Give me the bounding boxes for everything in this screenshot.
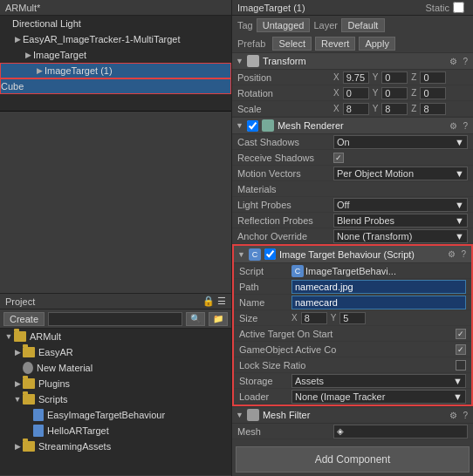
mesh-renderer-checkbox[interactable] xyxy=(247,120,258,132)
section-settings-icon[interactable]: ⚙ xyxy=(446,249,457,259)
position-y-input[interactable] xyxy=(381,71,408,84)
z-label: Z xyxy=(411,88,416,98)
receive-shadows-row: Receive Shadows ✓ xyxy=(232,150,473,166)
hierarchy-item-label: ImageTarget xyxy=(33,50,86,60)
light-probes-dropdown[interactable]: Off ▼ xyxy=(333,198,468,212)
project-item-streaming[interactable]: ▶ StreamingAssets xyxy=(0,439,231,454)
loader-dropdown[interactable]: None (Image Tracker ▼ xyxy=(291,390,466,404)
folder-icon xyxy=(23,394,35,405)
project-item-new-material[interactable]: New Material xyxy=(0,360,231,376)
menu-icon[interactable]: ☰ xyxy=(217,296,226,307)
project-item-label: StreamingAssets xyxy=(38,441,111,452)
reflection-probes-dropdown[interactable]: Blend Probes ▼ xyxy=(333,214,468,228)
select-button[interactable]: Select xyxy=(272,37,312,51)
static-checkbox[interactable] xyxy=(453,2,464,13)
apply-button[interactable]: Apply xyxy=(359,37,395,51)
rotation-row: Rotation X Y Z xyxy=(232,85,473,101)
right-panel: ImageTarget (1) Static Tag Untagged Laye… xyxy=(231,0,473,476)
project-item-label: EasyImageTargetBehaviour xyxy=(47,410,165,420)
collapse-arrow-icon[interactable]: ▼ xyxy=(237,250,245,259)
rotation-x-input[interactable] xyxy=(343,87,369,99)
hierarchy-item-imagetarget1[interactable]: ▶ ImageTarget (1) xyxy=(0,63,231,78)
motion-vectors-dropdown[interactable]: Per Object Motion ▼ xyxy=(333,167,468,180)
chevron-down-icon: ▼ xyxy=(455,200,464,210)
section-settings-icon[interactable]: ⚙ xyxy=(448,57,459,66)
tag-dropdown[interactable]: Untagged xyxy=(257,18,311,32)
lock-size-checkbox[interactable] xyxy=(456,360,466,371)
rotation-value: X Y Z xyxy=(333,87,468,99)
z-label: Z xyxy=(411,72,416,82)
active-target-checkbox[interactable]: ✓ xyxy=(456,329,466,339)
scale-z-input[interactable] xyxy=(420,103,446,115)
rotation-z-input[interactable] xyxy=(420,87,446,99)
section-question-icon[interactable]: ? xyxy=(461,57,470,66)
size-x-input[interactable] xyxy=(301,312,327,324)
arrow-icon: ▼ xyxy=(12,395,23,404)
script-section-header: ▼ C Image Target Behaviour (Script) ⚙ ? xyxy=(234,246,471,263)
y-label: Y xyxy=(373,104,379,113)
active-target-row: Active Target On Start ✓ xyxy=(234,326,471,342)
layer-dropdown[interactable]: Default xyxy=(341,18,385,32)
project-item-label: EasyAR xyxy=(38,347,73,357)
inspector-scroll[interactable]: ▼ Transform ⚙ ? Position X Y Z Rotation xyxy=(232,52,473,443)
hierarchy-item-cube[interactable]: Cube xyxy=(0,78,231,94)
folder-icon-btn[interactable]: 📁 xyxy=(209,312,228,326)
hierarchy-item-easyar[interactable]: ▶ EasyAR_ImageTracker-1-MultiTarget xyxy=(0,31,231,47)
section-question-icon[interactable]: ? xyxy=(459,249,468,259)
mesh-input[interactable]: ◈ xyxy=(333,425,468,439)
gameobject-checkbox[interactable]: ✓ xyxy=(456,344,466,355)
arrow-icon: ▶ xyxy=(12,379,23,388)
project-item-easybehaviour[interactable]: EasyImageTargetBehaviour xyxy=(0,407,231,423)
project-item-scripts[interactable]: ▼ Scripts xyxy=(0,391,231,407)
section-actions: ⚙ ? xyxy=(446,249,468,259)
search-icon-btn[interactable]: 🔍 xyxy=(186,312,205,326)
project-item-plugins[interactable]: ▶ Plugins xyxy=(0,376,231,391)
position-row: Position X Y Z xyxy=(232,70,473,85)
script-enabled-checkbox[interactable] xyxy=(264,248,276,260)
cast-shadows-dropdown[interactable]: On ▼ xyxy=(333,135,468,149)
project-item-armult[interactable]: ▼ ARMult xyxy=(0,329,231,344)
hierarchy-item-directional-light[interactable]: Directional Light xyxy=(0,16,231,31)
scale-y-input[interactable] xyxy=(381,103,408,115)
collapse-arrow-icon[interactable]: ▼ xyxy=(236,121,243,130)
scale-x-input[interactable] xyxy=(343,103,369,115)
path-input[interactable] xyxy=(291,280,466,294)
section-question-icon[interactable]: ? xyxy=(461,121,470,131)
receive-shadows-checkbox[interactable]: ✓ xyxy=(333,153,344,163)
section-settings-icon[interactable]: ⚙ xyxy=(448,411,459,420)
revert-button[interactable]: Revert xyxy=(315,37,355,51)
scale-row: Scale X Y Z xyxy=(232,101,473,117)
section-question-icon[interactable]: ? xyxy=(461,411,470,420)
storage-dropdown[interactable]: Assets ▼ xyxy=(291,374,466,388)
rotation-y-input[interactable] xyxy=(381,87,408,99)
section-settings-icon[interactable]: ⚙ xyxy=(448,121,459,131)
name-input[interactable] xyxy=(291,296,466,309)
project-panel: Project 🔒 ☰ Create 🔍 📁 ▼ ARMult ▶ xyxy=(0,293,231,476)
name-label: Name xyxy=(239,297,291,308)
collapse-arrow-icon[interactable]: ▼ xyxy=(236,57,243,65)
project-title: Project xyxy=(5,296,35,307)
light-probes-row: Light Probes Off ▼ xyxy=(232,197,473,213)
script-ref-icon: C xyxy=(291,265,304,277)
collapse-arrow-icon[interactable]: ▼ xyxy=(236,411,243,419)
create-button[interactable]: Create xyxy=(3,312,45,326)
project-search-input[interactable] xyxy=(48,312,182,326)
anchor-override-dropdown[interactable]: None (Transform) ▼ xyxy=(333,229,468,243)
project-item-easyar[interactable]: ▶ EasyAR xyxy=(0,344,231,360)
tag-layer-row: Tag Untagged Layer Default xyxy=(232,16,473,35)
position-x-input[interactable] xyxy=(343,71,369,84)
section-actions: ⚙ ? xyxy=(448,121,470,131)
size-y-input[interactable] xyxy=(339,312,366,324)
lock-icon[interactable]: 🔒 xyxy=(202,296,215,307)
folder-icon xyxy=(23,347,35,357)
script-ref-text: ImageTargetBehavi... xyxy=(305,266,396,276)
script-label: Script xyxy=(239,266,291,276)
chevron-down-icon: ▼ xyxy=(455,168,464,179)
hierarchy-item-imagetarget[interactable]: ▶ ImageTarget xyxy=(0,47,231,63)
position-label: Position xyxy=(237,72,333,83)
position-value: X Y Z xyxy=(333,71,468,84)
add-component-button[interactable]: Add Component xyxy=(236,446,470,473)
position-z-input[interactable] xyxy=(420,71,446,84)
project-item-hellotarget[interactable]: HelloARTarget xyxy=(0,423,231,439)
name-row: Name xyxy=(234,295,471,310)
